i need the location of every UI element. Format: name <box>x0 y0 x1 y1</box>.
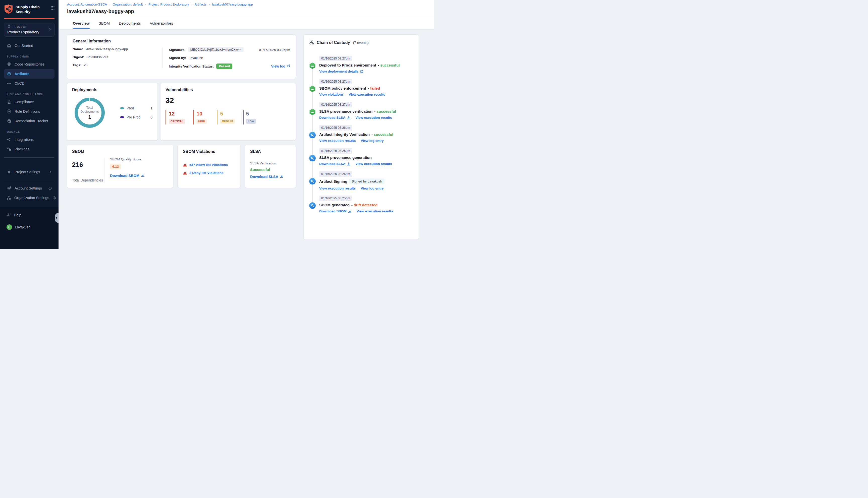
cube-icon <box>7 25 11 29</box>
breadcrumb-link[interactable]: Account: Automation-SSCA <box>67 2 107 6</box>
severity-count: 10 <box>196 111 209 117</box>
severity-badge: MEDIUM <box>220 119 235 124</box>
view-deployment-details-link[interactable]: View deployment details <box>319 69 363 73</box>
download-sbom-link[interactable]: Download SBOM <box>319 209 352 213</box>
sidebar-item-label: Compliance <box>15 100 34 104</box>
cd-module-icon: ∞ <box>309 109 316 115</box>
sidebar-collapse-handle[interactable] <box>55 213 59 223</box>
project-eyebrow: PROJECT <box>7 25 51 29</box>
sidebar-item-compliance[interactable]: Compliance <box>4 97 54 107</box>
event-timestamp: 01/16/2025 03:26pm <box>319 171 352 177</box>
event-timestamp: 01/16/2025 03:27pm <box>319 79 352 84</box>
vulnerabilities-card: Vulnerabilities 32 12CRITICAL10HIGH5MEDI… <box>160 83 296 141</box>
view-log-entry-link[interactable]: View log entry <box>361 186 384 190</box>
scs-module-icon <box>309 132 316 138</box>
sidebar-item-artifacts[interactable]: Artifacts <box>4 69 54 79</box>
artifact-digest-value: 8d23bd3b5d8f <box>87 55 108 59</box>
sidebar-item-code-repositories[interactable]: Code Repositories <box>4 60 54 69</box>
link-label: Download SBOM <box>319 209 347 213</box>
violation-label: 637 Allow list Violations <box>190 163 228 167</box>
project-selector[interactable]: PROJECT Product Exploratory <box>4 23 54 37</box>
sbom-quality-label: SBOM Quality Score <box>110 157 168 161</box>
grid-icon[interactable] <box>51 6 54 11</box>
tab-sbom[interactable]: SBOM <box>99 18 110 29</box>
severity-badge: LOW <box>246 119 256 124</box>
breadcrumb-link[interactable]: lavakush07/easy-buggy-app <box>212 2 253 6</box>
info-icon[interactable] <box>48 186 52 190</box>
brand-title: Supply Chain Security <box>16 4 43 14</box>
breadcrumb-link[interactable]: Artifacts <box>195 2 206 6</box>
view-log-entry-link[interactable]: View log entry <box>361 139 384 143</box>
download-slsa-link[interactable]: Download SLSA <box>319 162 350 166</box>
breadcrumb-link[interactable]: Organization: default <box>113 2 143 6</box>
sidebar-item-pipelines[interactable]: Pipelines <box>4 144 54 154</box>
view-execution-results-link[interactable]: View execution results <box>319 186 355 190</box>
event-status: failed <box>368 86 380 90</box>
sidebar-item-rule-definitions[interactable]: Rule Definitions <box>4 107 54 116</box>
sidebar-item-get-started[interactable]: Get Started <box>4 41 54 51</box>
legend-swatch <box>120 107 124 109</box>
severity-count: 12 <box>169 111 185 117</box>
violation-link[interactable]: 637 Allow list Violations <box>183 163 235 167</box>
slsa-verification-status: Successful <box>250 167 290 172</box>
link-label: View log entry <box>361 139 384 143</box>
legend-item-pre-prod: Pre Prod0 <box>120 115 153 119</box>
sidebar-item-integrations[interactable]: Integrations <box>4 135 54 144</box>
sidebar-item-label: Account Settings <box>15 186 42 190</box>
hierarchy-icon <box>309 40 314 46</box>
event-title: Deployed to Prod2 environment <box>319 63 376 67</box>
event-timestamp: 01/16/2025 03:27pm <box>319 56 352 61</box>
artifact-name-value: lavakush07/easy-buggy-app <box>86 47 128 51</box>
breadcrumb-separator: › <box>145 2 146 6</box>
view-execution-results-link[interactable]: View execution results <box>319 139 355 143</box>
breadcrumb-link[interactable]: Project: Product Exploratory <box>148 2 189 6</box>
legend-label: Pre Prod <box>127 115 140 119</box>
download-slsa-link[interactable]: Download SLSA <box>319 116 350 119</box>
sidebar-item-remediation-tracker[interactable]: Remediation Tracker <box>4 116 54 126</box>
sidebar-item-help[interactable]: Help <box>7 212 54 218</box>
sidebar-item-label: Get Started <box>15 44 33 48</box>
event-title: SBOM policy enforcement <box>319 86 366 90</box>
sidebar-item-ci-cd[interactable]: CI/CD <box>4 79 54 88</box>
view-execution-results-link[interactable]: View execution results <box>355 116 392 119</box>
tab-overview[interactable]: Overview <box>73 18 90 29</box>
scs-module-icon <box>309 202 316 209</box>
view-log-link[interactable]: View log <box>271 64 290 68</box>
signature-row: Signature: MEQCICde2VjIT...bL+2+mqnOXw==… <box>169 47 290 52</box>
warning-triangle-icon <box>183 171 187 175</box>
view-violations-link[interactable]: View violations <box>319 93 344 96</box>
sbom-total-label: Total Dependencies <box>72 178 104 182</box>
events-timeline: ∞01/16/2025 03:27pmDeployed to Prod2 env… <box>309 56 413 213</box>
violation-link[interactable]: 2 Deny list Violations <box>183 171 235 175</box>
tab-vulnerabilities[interactable]: Vulnerabilities <box>150 18 173 29</box>
view-execution-results-link[interactable]: View execution results <box>349 93 385 96</box>
user-menu[interactable]: L Lavakush <box>7 224 54 230</box>
custody-event: ∞01/16/2025 03:27pmSBOM policy enforceme… <box>309 79 413 97</box>
breadcrumb: Account: Automation-SSCA›Organization: d… <box>67 2 434 6</box>
severity-badge: HIGH <box>196 119 207 124</box>
sidebar-item-project-settings[interactable]: Project Settings <box>4 167 54 177</box>
violations-list: 637 Allow list Violations2 Deny list Vio… <box>183 163 235 175</box>
donut-total-value: 1 <box>88 114 91 120</box>
info-icon[interactable] <box>52 196 56 200</box>
sidebar-item-account-settings[interactable]: Account Settings <box>4 183 54 193</box>
sidebar-header: Supply Chain Security <box>0 0 59 19</box>
view-execution-results-link[interactable]: View execution results <box>357 209 393 213</box>
artifact-digest-row: Digest: 8d23bd3b5d8f <box>73 55 163 59</box>
tab-deployments[interactable]: Deployments <box>119 18 141 29</box>
share-nodes-icon <box>7 137 11 142</box>
view-execution-results-link[interactable]: View execution results <box>355 162 392 166</box>
clipboard-check-icon <box>7 109 11 114</box>
vulnerabilities-title: Vulnerabilities <box>166 88 290 92</box>
link-label: View execution results <box>319 139 355 143</box>
pipeline-icon <box>7 147 11 152</box>
event-status: successful <box>374 109 396 114</box>
severity-tile-high: 10HIGH <box>193 110 209 124</box>
download-sbom-link[interactable]: Download SBOM <box>110 173 145 178</box>
download-icon <box>347 162 350 166</box>
event-title: Artifact Integrity Verification <box>319 132 370 136</box>
scs-module-icon <box>309 178 316 184</box>
sidebar-item-organization-settings[interactable]: Organization Settings <box>4 193 54 202</box>
download-slsa-link[interactable]: Download SLSA <box>250 174 284 179</box>
shield-branch-icon <box>4 4 13 15</box>
